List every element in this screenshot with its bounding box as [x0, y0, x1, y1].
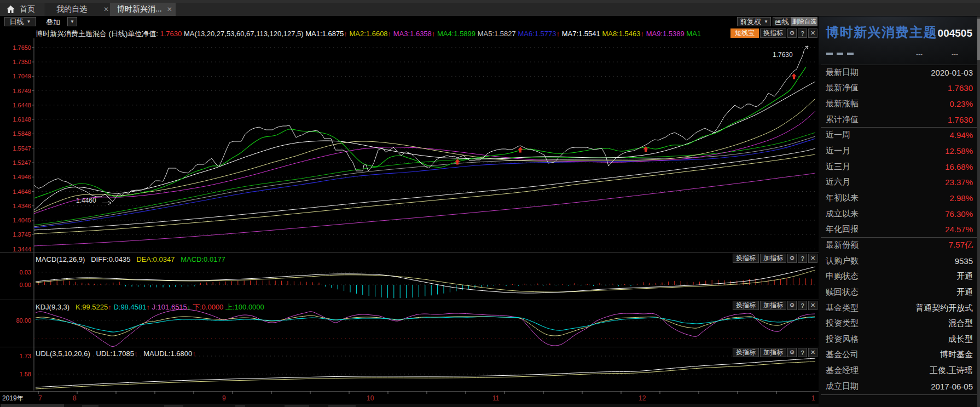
svg-text:1.7350: 1.7350 [13, 59, 31, 65]
svg-text:1.7630: 1.7630 [773, 51, 793, 59]
svg-text:0.00: 0.00 [20, 282, 31, 288]
svg-text:0.03: 0.03 [20, 269, 31, 276]
svg-text:12: 12 [639, 394, 646, 402]
svg-text:1.5848: 1.5848 [13, 130, 31, 137]
svg-text:2019年: 2019年 [2, 394, 24, 402]
svg-text:1.4460: 1.4460 [76, 197, 96, 204]
svg-text:1.7650: 1.7650 [13, 44, 31, 51]
svg-text:1.6148: 1.6148 [13, 116, 31, 123]
svg-text:1.4346: 1.4346 [13, 203, 31, 209]
svg-text:8: 8 [73, 394, 77, 402]
svg-text:1.4045: 1.4045 [13, 217, 31, 223]
svg-text:1.4946: 1.4946 [13, 174, 31, 180]
svg-text:1: 1 [811, 394, 815, 402]
svg-text:1.5547: 1.5547 [13, 145, 31, 152]
svg-text:1.6448: 1.6448 [13, 102, 31, 108]
svg-text:1.73: 1.73 [20, 353, 31, 359]
svg-text:1.3444: 1.3444 [13, 246, 31, 253]
svg-text:1.7049: 1.7049 [13, 73, 31, 79]
svg-text:1.58: 1.58 [20, 371, 31, 377]
svg-text:9: 9 [222, 394, 226, 402]
svg-text:1.4646: 1.4646 [13, 188, 31, 195]
svg-text:1.6749: 1.6749 [13, 88, 31, 94]
svg-text:1.5247: 1.5247 [13, 159, 31, 166]
svg-text:10: 10 [367, 394, 374, 402]
svg-text:7: 7 [38, 394, 42, 402]
svg-text:80.00: 80.00 [16, 317, 31, 324]
svg-text:1.3745: 1.3745 [13, 231, 31, 238]
svg-text:11: 11 [492, 394, 500, 402]
